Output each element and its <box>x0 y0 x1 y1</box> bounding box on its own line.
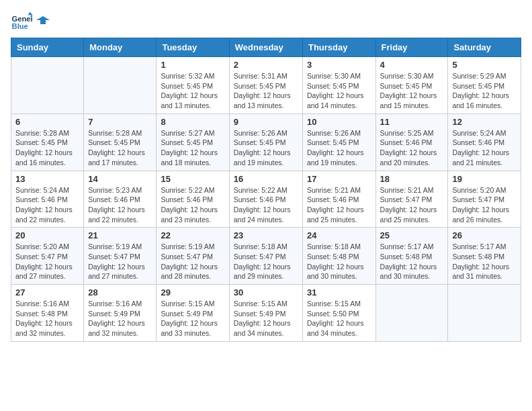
day-info: Sunrise: 5:19 AMSunset: 5:47 PMDaylight:… <box>161 242 224 281</box>
day-number: 25 <box>380 230 444 240</box>
calendar-table: SundayMondayTuesdayWednesdayThursdayFrid… <box>11 38 521 342</box>
day-number: 10 <box>307 117 371 127</box>
calendar-cell: 15Sunrise: 5:22 AMSunset: 5:46 PMDayligh… <box>157 171 229 228</box>
day-number: 19 <box>452 174 517 184</box>
day-number: 16 <box>234 174 298 184</box>
calendar-cell: 22Sunrise: 5:19 AMSunset: 5:47 PMDayligh… <box>157 228 229 285</box>
day-number: 11 <box>380 117 444 127</box>
day-info: Sunrise: 5:18 AMSunset: 5:47 PMDaylight:… <box>234 242 298 281</box>
day-info: Sunrise: 5:20 AMSunset: 5:47 PMDaylight:… <box>452 185 517 225</box>
calendar-cell: 20Sunrise: 5:20 AMSunset: 5:47 PMDayligh… <box>11 228 84 285</box>
day-info: Sunrise: 5:16 AMSunset: 5:49 PMDaylight:… <box>88 299 152 338</box>
week-row-4: 20Sunrise: 5:20 AMSunset: 5:47 PMDayligh… <box>11 228 521 285</box>
day-info: Sunrise: 5:27 AMSunset: 5:45 PMDaylight:… <box>161 128 224 168</box>
day-info: Sunrise: 5:18 AMSunset: 5:48 PMDaylight:… <box>307 242 371 281</box>
day-info: Sunrise: 5:26 AMSunset: 5:45 PMDaylight:… <box>234 128 298 168</box>
calendar-cell: 12Sunrise: 5:24 AMSunset: 5:46 PMDayligh… <box>448 113 521 171</box>
logo-bird-icon <box>36 15 50 28</box>
day-info: Sunrise: 5:30 AMSunset: 5:45 PMDaylight:… <box>380 71 444 111</box>
day-number: 7 <box>88 117 152 127</box>
day-number: 22 <box>161 230 224 240</box>
svg-text:Blue: Blue <box>12 22 28 30</box>
svg-text:General: General <box>12 15 32 23</box>
weekday-header-saturday: Saturday <box>448 38 521 57</box>
weekday-header-row: SundayMondayTuesdayWednesdayThursdayFrid… <box>11 38 521 57</box>
day-info: Sunrise: 5:15 AMSunset: 5:50 PMDaylight:… <box>307 299 371 338</box>
day-info: Sunrise: 5:31 AMSunset: 5:45 PMDaylight:… <box>234 71 298 111</box>
calendar-cell: 1Sunrise: 5:32 AMSunset: 5:45 PMDaylight… <box>157 57 229 114</box>
day-info: Sunrise: 5:22 AMSunset: 5:46 PMDaylight:… <box>234 185 298 225</box>
day-info: Sunrise: 5:17 AMSunset: 5:48 PMDaylight:… <box>452 242 517 281</box>
calendar-cell: 7Sunrise: 5:28 AMSunset: 5:45 PMDaylight… <box>84 113 157 171</box>
day-info: Sunrise: 5:20 AMSunset: 5:47 PMDaylight:… <box>15 242 79 281</box>
week-row-2: 6Sunrise: 5:28 AMSunset: 5:45 PMDaylight… <box>11 113 521 171</box>
calendar-cell: 23Sunrise: 5:18 AMSunset: 5:47 PMDayligh… <box>229 228 302 285</box>
day-number: 24 <box>307 230 371 240</box>
day-number: 27 <box>15 287 79 298</box>
day-number: 21 <box>88 230 152 240</box>
day-number: 6 <box>15 117 79 127</box>
day-info: Sunrise: 5:28 AMSunset: 5:45 PMDaylight:… <box>88 128 152 168</box>
calendar-cell: 18Sunrise: 5:21 AMSunset: 5:47 PMDayligh… <box>375 171 448 228</box>
day-number: 29 <box>161 287 224 298</box>
weekday-header-thursday: Thursday <box>302 38 375 57</box>
day-info: Sunrise: 5:26 AMSunset: 5:45 PMDaylight:… <box>307 128 371 168</box>
calendar-cell: 21Sunrise: 5:19 AMSunset: 5:47 PMDayligh… <box>84 228 157 285</box>
day-number: 20 <box>15 230 79 240</box>
calendar-cell: 16Sunrise: 5:22 AMSunset: 5:46 PMDayligh… <box>229 171 302 228</box>
day-number: 23 <box>234 230 298 240</box>
weekday-header-sunday: Sunday <box>11 38 84 57</box>
day-number: 14 <box>88 174 152 184</box>
day-info: Sunrise: 5:21 AMSunset: 5:46 PMDaylight:… <box>307 185 371 225</box>
page-header: General Blue <box>11 11 521 32</box>
day-info: Sunrise: 5:17 AMSunset: 5:48 PMDaylight:… <box>380 242 444 281</box>
day-number: 15 <box>161 174 224 184</box>
day-info: Sunrise: 5:28 AMSunset: 5:45 PMDaylight:… <box>15 128 79 168</box>
day-number: 9 <box>234 117 298 127</box>
day-number: 13 <box>15 174 79 184</box>
calendar-cell: 31Sunrise: 5:15 AMSunset: 5:50 PMDayligh… <box>302 285 375 342</box>
day-number: 31 <box>307 287 371 298</box>
calendar-cell: 25Sunrise: 5:17 AMSunset: 5:48 PMDayligh… <box>375 228 448 285</box>
day-info: Sunrise: 5:15 AMSunset: 5:49 PMDaylight:… <box>234 299 298 338</box>
day-number: 4 <box>380 60 444 70</box>
week-row-1: 1Sunrise: 5:32 AMSunset: 5:45 PMDaylight… <box>11 57 521 114</box>
calendar-cell: 8Sunrise: 5:27 AMSunset: 5:45 PMDaylight… <box>157 113 229 171</box>
calendar-cell: 4Sunrise: 5:30 AMSunset: 5:45 PMDaylight… <box>375 57 448 114</box>
calendar-cell: 27Sunrise: 5:16 AMSunset: 5:48 PMDayligh… <box>11 285 84 342</box>
day-info: Sunrise: 5:19 AMSunset: 5:47 PMDaylight:… <box>88 242 152 281</box>
calendar-cell: 6Sunrise: 5:28 AMSunset: 5:45 PMDaylight… <box>11 113 84 171</box>
day-info: Sunrise: 5:24 AMSunset: 5:46 PMDaylight:… <box>452 128 517 168</box>
calendar-cell: 17Sunrise: 5:21 AMSunset: 5:46 PMDayligh… <box>302 171 375 228</box>
day-info: Sunrise: 5:24 AMSunset: 5:46 PMDaylight:… <box>15 185 79 225</box>
weekday-header-wednesday: Wednesday <box>229 38 302 57</box>
week-row-3: 13Sunrise: 5:24 AMSunset: 5:46 PMDayligh… <box>11 171 521 228</box>
day-number: 28 <box>88 287 152 298</box>
calendar-cell <box>375 285 448 342</box>
calendar-cell: 11Sunrise: 5:25 AMSunset: 5:46 PMDayligh… <box>375 113 448 171</box>
calendar-cell: 3Sunrise: 5:30 AMSunset: 5:45 PMDaylight… <box>302 57 375 114</box>
day-number: 26 <box>452 230 517 240</box>
day-info: Sunrise: 5:22 AMSunset: 5:46 PMDaylight:… <box>161 185 224 225</box>
calendar-cell: 10Sunrise: 5:26 AMSunset: 5:45 PMDayligh… <box>302 113 375 171</box>
day-info: Sunrise: 5:16 AMSunset: 5:48 PMDaylight:… <box>15 299 79 338</box>
calendar-cell <box>448 285 521 342</box>
calendar-cell: 14Sunrise: 5:23 AMSunset: 5:46 PMDayligh… <box>84 171 157 228</box>
weekday-header-tuesday: Tuesday <box>157 38 229 57</box>
day-info: Sunrise: 5:30 AMSunset: 5:45 PMDaylight:… <box>307 71 371 111</box>
svg-marker-4 <box>36 16 50 24</box>
calendar-cell: 9Sunrise: 5:26 AMSunset: 5:45 PMDaylight… <box>229 113 302 171</box>
calendar-cell: 13Sunrise: 5:24 AMSunset: 5:46 PMDayligh… <box>11 171 84 228</box>
day-number: 12 <box>452 117 517 127</box>
day-number: 30 <box>234 287 298 298</box>
calendar-cell: 24Sunrise: 5:18 AMSunset: 5:48 PMDayligh… <box>302 228 375 285</box>
day-info: Sunrise: 5:29 AMSunset: 5:45 PMDaylight:… <box>452 71 517 111</box>
day-number: 2 <box>234 60 298 70</box>
calendar-cell <box>84 57 157 114</box>
calendar-cell: 5Sunrise: 5:29 AMSunset: 5:45 PMDaylight… <box>448 57 521 114</box>
day-info: Sunrise: 5:21 AMSunset: 5:47 PMDaylight:… <box>380 185 444 225</box>
calendar-cell: 19Sunrise: 5:20 AMSunset: 5:47 PMDayligh… <box>448 171 521 228</box>
day-number: 1 <box>161 60 224 70</box>
calendar-cell: 28Sunrise: 5:16 AMSunset: 5:49 PMDayligh… <box>84 285 157 342</box>
day-info: Sunrise: 5:25 AMSunset: 5:46 PMDaylight:… <box>380 128 444 168</box>
